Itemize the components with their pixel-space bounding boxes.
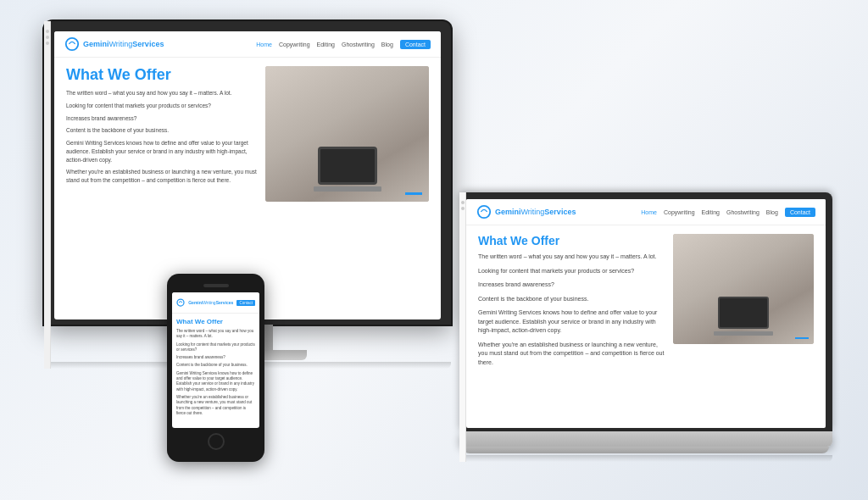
monitor-content: What We Offer The written word – what yo… <box>54 58 441 210</box>
monitor-image <box>265 66 429 202</box>
monitor-logo: GeminiWritingServices <box>64 36 164 52</box>
laptop-para5: Gemini Writing Services knows how to def… <box>478 308 665 336</box>
monitor-nav-editing[interactable]: Editing <box>317 42 335 47</box>
laptop-nav-links: Home Copywriting Editing Ghostwriting Bl… <box>641 208 815 217</box>
phone-bezel: GeminiWritingServices Contact What We Of… <box>167 274 264 462</box>
svg-point-2 <box>177 299 184 306</box>
laptop-body-bottom <box>463 447 828 453</box>
monitor-logo-text: GeminiWritingServices <box>83 40 164 48</box>
phone-content: What We Offer The written word – what yo… <box>172 314 259 423</box>
monitor-nav: GeminiWritingServices Home Copywriting E… <box>54 31 441 58</box>
phone-heading: What We Offer <box>176 318 255 325</box>
laptop-reflection <box>459 455 832 462</box>
laptop-nav-blog[interactable]: Blog <box>766 209 778 215</box>
monitor-nav-copywriting[interactable]: Copywriting <box>279 42 310 47</box>
monitor-nav-contact[interactable]: Contact <box>400 40 431 49</box>
laptop-content: What We Offer The written word – what yo… <box>466 225 826 381</box>
laptop-para2: Looking for content that markets your pr… <box>478 267 665 276</box>
laptop-para6: Whether you're an established business o… <box>478 341 665 368</box>
laptop-bezel: GeminiWritingServices Home Copywriting E… <box>459 192 832 431</box>
phone-para1: The written word – what you say and how … <box>176 329 255 340</box>
phone-para2: Looking for content that markets your pr… <box>176 342 255 353</box>
monitor-para4: Content is the backbone of your business… <box>66 126 257 135</box>
phone-home-button[interactable] <box>208 433 225 450</box>
monitor-heading: What We Offer <box>66 66 257 84</box>
monitor-nav-home[interactable]: Home <box>256 42 272 47</box>
phone-logo <box>176 295 185 310</box>
monitor-nav-blog[interactable]: Blog <box>381 42 393 47</box>
phone-nav-contact[interactable]: Contact <box>236 300 255 306</box>
phone-para6: Whether you're an established business o… <box>176 395 255 416</box>
laptop-nav-ghostwriting[interactable]: Ghostwriting <box>726 209 760 215</box>
laptop-para1: The written word – what you say and how … <box>478 253 665 262</box>
monitor-nav-links: Home Copywriting Editing Ghostwriting Bl… <box>256 40 431 49</box>
monitor-para5: Gemini Writing Services knows how to def… <box>66 139 257 164</box>
phone-logo-text: GeminiWritingServices <box>188 300 233 305</box>
phone-para4: Content is the backbone of your business… <box>176 363 255 368</box>
mobile-phone: GeminiWritingServices Contact What We Of… <box>167 274 264 462</box>
laptop-text: What We Offer The written word – what yo… <box>478 234 665 372</box>
laptop-nav: GeminiWritingServices Home Copywriting E… <box>466 199 826 225</box>
laptop-image <box>673 234 814 372</box>
phone-screen: GeminiWritingServices Contact What We Of… <box>172 292 259 428</box>
laptop-body <box>459 431 832 447</box>
laptop-nav-copywriting[interactable]: Copywriting <box>664 209 695 215</box>
laptop-logo: GeminiWritingServices <box>476 204 576 219</box>
laptop-heading: What We Offer <box>478 234 665 247</box>
phone-para3: Increases brand awareness? <box>176 355 255 360</box>
phone-para5: Gemini Writing Services knows how to def… <box>176 371 255 392</box>
monitor-para6: Whether you're an established business o… <box>66 168 257 185</box>
svg-point-0 <box>66 38 78 50</box>
monitor-nav-ghostwriting[interactable]: Ghostwriting <box>342 42 375 47</box>
monitor-para2: Looking for content that markets your pr… <box>66 102 257 110</box>
laptop-para4: Content is the backbone of your business… <box>478 295 665 304</box>
laptop: GeminiWritingServices Home Copywriting E… <box>459 192 832 462</box>
monitor-para3: Increases brand awareness? <box>66 114 257 123</box>
monitor-text: What We Offer The written word – what yo… <box>66 66 257 202</box>
scene: GeminiWritingServices Home Copywriting E… <box>27 13 841 487</box>
phone-nav: GeminiWritingServices Contact <box>172 292 259 314</box>
phone-speaker <box>203 284 229 287</box>
laptop-nav-contact[interactable]: Contact <box>785 208 815 217</box>
svg-point-1 <box>478 206 490 218</box>
laptop-nav-home[interactable]: Home <box>641 209 657 215</box>
laptop-screen: GeminiWritingServices Home Copywriting E… <box>466 199 826 428</box>
laptop-logo-text: GeminiWritingServices <box>495 208 576 216</box>
laptop-nav-editing[interactable]: Editing <box>702 209 720 215</box>
laptop-para3: Increases brand awareness? <box>478 281 665 290</box>
monitor-para1: The written word – what you say and how … <box>66 89 257 97</box>
